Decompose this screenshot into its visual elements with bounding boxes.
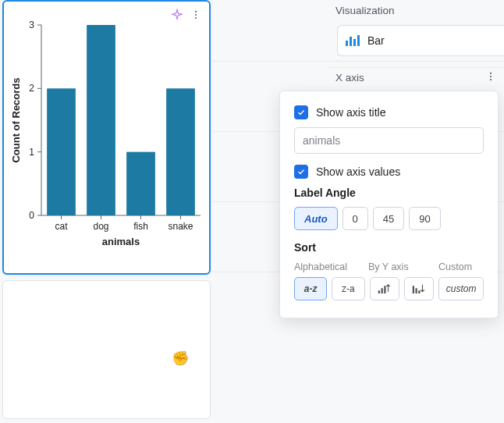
section-header-label: Visualization (335, 5, 395, 16)
section-header-xaxis[interactable]: X axis (328, 67, 504, 87)
bar-cat (47, 88, 76, 215)
sort-header-alphabetical: Alphabetical (294, 261, 368, 272)
svg-text:0: 0 (29, 210, 34, 221)
section-header-visualization[interactable]: Visualization (328, 0, 504, 20)
label-angle-0-button[interactable]: 0 (343, 207, 368, 230)
svg-rect-24 (378, 290, 380, 293)
svg-text:dog: dog (93, 221, 108, 232)
bar-chart-icon (346, 35, 360, 46)
svg-text:snake: snake (168, 221, 193, 232)
visualization-type-label: Bar (367, 34, 385, 47)
show-axis-title-label: Show axis title (316, 106, 385, 119)
show-axis-values-checkbox[interactable] (294, 165, 308, 179)
svg-rect-28 (416, 288, 417, 293)
sort-title: Sort (294, 241, 484, 254)
sort-header-custom: Custom (438, 261, 472, 272)
svg-text:1: 1 (29, 147, 34, 158)
section-header-label: X axis (335, 72, 364, 84)
visualization-select[interactable]: Bar (337, 25, 504, 56)
show-axis-values-label: Show axis values (316, 165, 400, 178)
label-angle-title: Label Angle (294, 187, 484, 199)
bar-fish (126, 152, 155, 215)
bar-chart: 0123catdogfishsnakeCount of Recordsanima… (10, 19, 205, 253)
show-axis-title-checkbox[interactable] (294, 105, 308, 119)
xaxis-options-panel: Show axis title Show axis values Label A… (279, 91, 499, 318)
svg-rect-26 (384, 286, 385, 293)
y-axis-label: Count of Records (10, 77, 22, 162)
x-axis-label: animals (102, 236, 140, 247)
axis-title-input[interactable] (294, 127, 484, 154)
sort-header-byy: By Y axis (368, 261, 438, 272)
sort-y-asc-button[interactable] (370, 277, 399, 300)
svg-point-22 (490, 76, 492, 77)
svg-rect-29 (418, 290, 420, 293)
svg-point-0 (195, 11, 197, 12)
label-angle-45-button[interactable]: 45 (373, 207, 404, 230)
label-angle-auto-button[interactable]: Auto (294, 207, 338, 230)
svg-rect-25 (381, 288, 382, 293)
svg-text:fish: fish (133, 221, 148, 232)
svg-text:cat: cat (55, 221, 68, 232)
kebab-menu-icon[interactable] (485, 71, 496, 84)
svg-point-1 (195, 14, 197, 16)
label-angle-90-button[interactable]: 90 (409, 207, 440, 230)
sort-az-button[interactable]: a-z (294, 277, 327, 300)
chart-card[interactable]: 0123catdogfishsnakeCount of Recordsanima… (2, 0, 211, 275)
sort-custom-button[interactable]: custom (438, 277, 484, 300)
bar-snake (166, 88, 195, 215)
sort-za-button[interactable]: z-a (332, 277, 364, 300)
sort-y-desc-button[interactable] (404, 277, 434, 300)
svg-text:3: 3 (29, 20, 34, 30)
svg-text:2: 2 (29, 83, 34, 94)
svg-point-23 (490, 79, 492, 80)
grab-cursor-icon: ✊ (172, 350, 189, 367)
svg-point-21 (490, 73, 492, 74)
bar-dog (87, 25, 115, 215)
svg-rect-27 (413, 286, 414, 293)
